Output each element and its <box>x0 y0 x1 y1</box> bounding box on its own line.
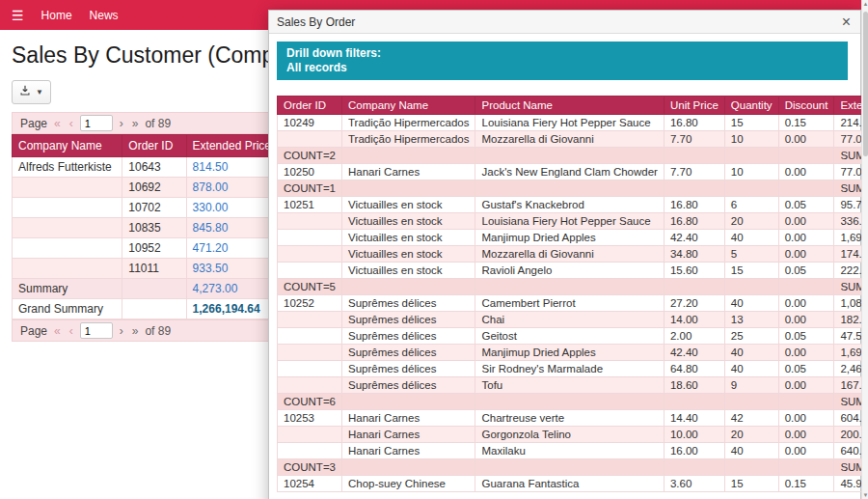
extended-price-link[interactable]: 814.50 <box>193 160 229 174</box>
company-cell: Tradição Hipermercados <box>342 131 475 148</box>
quantity-cell: 40 <box>724 345 778 361</box>
quantity-cell: 20 <box>724 213 778 230</box>
nav-item-news[interactable]: News <box>90 9 119 22</box>
discount-cell: 0.00 <box>778 131 834 148</box>
discount-cell <box>778 279 834 295</box>
unit-price-cell: 15.60 <box>664 263 724 279</box>
quantity-cell <box>724 148 778 164</box>
discount-cell <box>778 180 834 197</box>
company-cell <box>13 259 122 279</box>
quantity-cell: 15 <box>724 476 778 492</box>
quantity-cell <box>724 279 778 295</box>
table-row: 10253Hanari CarnesChartreuse verte14.404… <box>278 410 868 427</box>
extended-price-link[interactable]: 878.00 <box>193 180 229 194</box>
order-id-cell: 10702 <box>122 198 186 218</box>
close-icon[interactable]: × <box>840 14 853 30</box>
discount-cell: 0.05 <box>778 263 834 279</box>
banner-line2: All records <box>286 61 838 75</box>
column-header-company[interactable]: Company Name <box>13 135 122 157</box>
order-id-cell: COUNT=3 <box>278 459 342 476</box>
extended-price-link[interactable]: 471.20 <box>193 241 229 255</box>
nav-item-home[interactable]: Home <box>41 9 72 22</box>
discount-cell: 0.15 <box>778 476 834 492</box>
scroll-up-icon[interactable]: ▲ <box>862 1 868 7</box>
column-header-quantity[interactable]: Quantity <box>724 97 778 115</box>
quantity-cell: 6 <box>724 197 778 213</box>
scrollbar-thumb[interactable] <box>863 12 868 156</box>
column-header-product-name[interactable]: Product Name <box>475 97 664 115</box>
company-cell: Alfreds Futterkiste <box>13 157 122 178</box>
column-header-order-id[interactable]: Order ID <box>122 135 186 157</box>
scroll-down-icon[interactable]: ▼ <box>862 492 868 498</box>
product-cell: Manjimup Dried Apples <box>475 345 664 361</box>
pager-prev-button[interactable]: ‹ <box>68 325 75 337</box>
table-row: Victuailles en stockLouisiana Fiery Hot … <box>278 213 868 230</box>
column-header-discount[interactable]: Discount <box>778 97 834 115</box>
pager-prev-button[interactable]: ‹ <box>68 118 75 129</box>
table-row: Suprêmes délicesManjimup Dried Apples42.… <box>278 345 868 361</box>
product-cell: Louisiana Fiery Hot Pepper Sauce <box>475 115 664 131</box>
order-id-cell: 10952 <box>122 238 186 259</box>
unit-price-cell: 7.70 <box>664 131 724 148</box>
discount-cell: 0.00 <box>778 427 834 443</box>
modal-header[interactable]: Sales By Order × <box>269 11 860 34</box>
product-cell: Jack's New England Clam Chowder <box>475 164 664 180</box>
table-row: Victuailles en stockManjimup Dried Apple… <box>278 230 868 246</box>
grand-summary-value: 1,266,194.64 <box>193 302 260 316</box>
export-button[interactable]: ▼ <box>12 80 51 104</box>
unit-price-cell <box>664 180 724 197</box>
extended-price-link[interactable]: 933.50 <box>193 262 229 275</box>
unit-price-cell: 7.70 <box>664 164 724 180</box>
pager-first-button[interactable]: « <box>52 325 63 337</box>
column-header-unit-price[interactable]: Unit Price <box>664 97 724 115</box>
table-row: 10252Suprêmes délicesCamembert Pierrot27… <box>278 295 868 312</box>
order-id-cell: 10250 <box>278 164 342 180</box>
column-header-order-id[interactable]: Order ID <box>278 97 342 115</box>
quantity-cell: 15 <box>724 115 778 131</box>
order-id-cell: COUNT=6 <box>278 394 342 410</box>
table-row: Hanari CarnesMaxilaku16.00400.00640.00 <box>278 443 868 459</box>
quantity-cell: 42 <box>724 410 778 427</box>
page-scrollbar[interactable]: ▲ ▼ <box>861 0 868 499</box>
order-id-cell <box>278 213 342 230</box>
order-id-cell: 10251 <box>278 197 342 213</box>
pager-last-button[interactable]: » <box>130 325 141 337</box>
pager-next-button[interactable]: › <box>118 118 125 129</box>
company-cell: Suprêmes délices <box>342 328 475 345</box>
table-row: Victuailles en stockRavioli Angelo15.601… <box>278 263 868 279</box>
unit-price-cell: 18.60 <box>664 377 724 394</box>
quantity-cell: 9 <box>724 377 778 394</box>
extended-price-link[interactable]: 845.80 <box>193 221 229 235</box>
pager-next-button[interactable]: › <box>118 325 125 337</box>
summary-value: 4,273.00 <box>193 282 238 295</box>
company-cell: Victuailles en stock <box>342 246 475 263</box>
discount-cell: 0.00 <box>778 230 834 246</box>
unit-price-cell: 2.00 <box>664 328 724 345</box>
discount-cell: 0.00 <box>778 246 834 263</box>
table-row: 10250Hanari CarnesJack's New England Cla… <box>278 164 868 180</box>
product-cell: Maxilaku <box>475 443 664 459</box>
discount-cell: 0.15 <box>778 115 834 131</box>
unit-price-cell: 42.40 <box>664 230 724 246</box>
group-summary-row: COUNT=3SUM=1,444.80 <box>278 459 868 476</box>
discount-cell: 0.05 <box>778 197 834 213</box>
company-cell: Hanari Carnes <box>342 164 475 180</box>
company-cell: Suprêmes délices <box>342 361 475 377</box>
table-row: Suprêmes délicesTofu18.6090.00167.40 <box>278 377 868 394</box>
product-cell: Mozzarella di Giovanni <box>475 131 664 148</box>
extended-price-link[interactable]: 330.00 <box>193 201 229 214</box>
order-id-cell <box>278 345 342 361</box>
download-icon <box>19 85 31 99</box>
unit-price-cell: 16.80 <box>664 213 724 230</box>
group-summary-row: COUNT=1SUM=77.00 <box>278 180 868 197</box>
pager-last-button[interactable]: » <box>130 118 141 129</box>
quantity-cell: 40 <box>724 295 778 312</box>
column-header-company-name[interactable]: Company Name <box>342 97 475 115</box>
pager-first-button[interactable]: « <box>52 118 63 129</box>
pager-page-input[interactable] <box>80 115 113 131</box>
quantity-cell: 10 <box>724 131 778 148</box>
discount-cell: 0.00 <box>778 443 834 459</box>
hamburger-icon[interactable]: ☰ <box>12 9 24 22</box>
pager-page-input[interactable] <box>80 322 113 339</box>
discount-cell: 0.00 <box>778 295 834 312</box>
